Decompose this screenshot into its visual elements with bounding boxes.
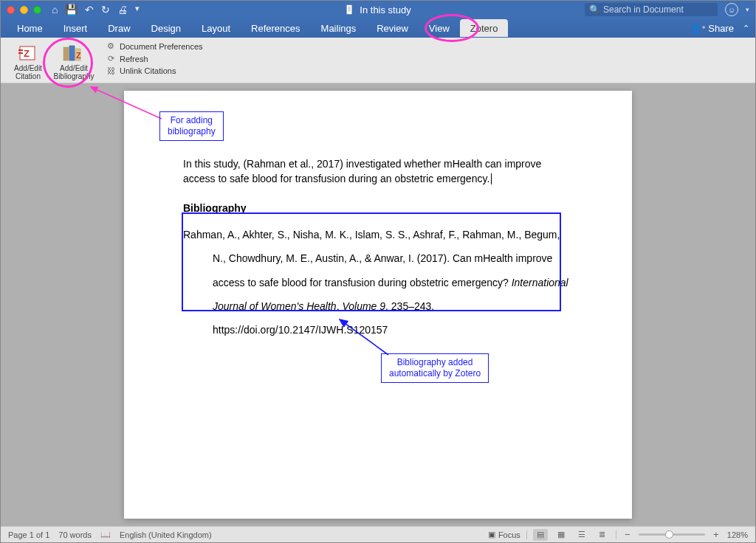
bibliography-icon: Z — [61, 42, 86, 64]
search-in-document[interactable]: 🔍 — [585, 3, 718, 16]
unlink-citations-button[interactable]: ⛓ Unlink Citations — [103, 66, 206, 76]
language-indicator[interactable]: English (United Kingdom) — [120, 530, 212, 539]
minimize-window[interactable] — [20, 6, 28, 14]
undo-icon[interactable]: ↶ — [85, 4, 94, 15]
focus-icon: ▣ — [488, 530, 495, 539]
share-icon: 👤⁺ — [690, 24, 706, 34]
tab-home[interactable]: Home — [7, 19, 53, 37]
tab-design[interactable]: Design — [141, 19, 191, 37]
search-icon: 🔍 — [589, 4, 600, 15]
qat-more-icon[interactable]: ▾ — [135, 4, 140, 15]
tab-insert[interactable]: Insert — [53, 19, 98, 37]
tab-references[interactable]: References — [241, 19, 310, 37]
add-edit-bibliography-button[interactable]: Z Add/Edit Bibliography — [52, 41, 95, 82]
body-paragraph[interactable]: In this study, (Rahman et al., 2017) inv… — [183, 157, 573, 186]
page-indicator[interactable]: Page 1 of 1 — [8, 530, 49, 539]
svg-text:Z: Z — [24, 48, 30, 59]
quick-access-toolbar: ⌂ 💾 ↶ ↻ 🖨 ▾ — [52, 4, 140, 15]
tab-zotero[interactable]: Zotero — [460, 19, 509, 37]
tab-mailings[interactable]: Mailings — [311, 19, 367, 37]
close-window[interactable] — [7, 6, 15, 14]
word-count[interactable]: 70 words — [58, 530, 92, 539]
zoom-slider-thumb[interactable] — [665, 530, 673, 539]
svg-rect-4 — [69, 46, 75, 60]
zoom-level[interactable]: 128% — [727, 530, 748, 539]
svg-rect-0 — [347, 5, 352, 14]
unlink-icon: ⛓ — [106, 66, 116, 75]
bibliography-heading[interactable]: Bibliography — [183, 202, 573, 214]
status-bar: Page 1 of 1 70 words 📖 English (United K… — [1, 526, 755, 542]
ribbon-tabs: Home Insert Draw Design Layout Reference… — [1, 18, 755, 38]
spellcheck-icon[interactable]: 📖 — [100, 530, 111, 539]
document-icon — [345, 4, 355, 15]
tab-layout[interactable]: Layout — [191, 19, 241, 37]
web-layout-view-icon[interactable]: ▦ — [554, 529, 568, 541]
home-icon[interactable]: ⌂ — [52, 4, 58, 15]
draft-view-icon[interactable]: ≣ — [595, 529, 610, 541]
feedback-icon[interactable]: ☺ — [725, 3, 738, 16]
window-controls — [7, 6, 41, 14]
tab-draw[interactable]: Draw — [97, 19, 140, 37]
titlebar: ⌂ 💾 ↶ ↻ 🖨 ▾ In this study 🔍 ☺ ▾ — [1, 1, 755, 18]
print-layout-view-icon[interactable]: ▤ — [533, 529, 548, 541]
save-icon[interactable]: 💾 — [65, 4, 78, 15]
add-edit-citation-button[interactable]: Z Add/Edit Citation — [7, 41, 49, 82]
share-button[interactable]: 👤⁺ Share — [690, 23, 734, 34]
zoom-in-button[interactable]: + — [711, 529, 721, 540]
document-workspace[interactable]: In this study, (Rahman et al., 2017) inv… — [1, 83, 755, 526]
refresh-icon: ⟳ — [106, 54, 116, 63]
zoom-slider[interactable] — [639, 533, 705, 536]
document-page[interactable]: In this study, (Rahman et al., 2017) inv… — [124, 91, 632, 519]
tab-review[interactable]: Review — [366, 19, 419, 37]
svg-text:Z: Z — [76, 51, 81, 60]
zoom-out-button[interactable]: − — [622, 529, 633, 540]
document-preferences-button[interactable]: ⚙ Document Preferences — [103, 41, 206, 52]
annotation-label-1: For adding bibliography — [159, 111, 224, 141]
focus-mode-button[interactable]: ▣ Focus — [488, 530, 520, 539]
bibliography-entry[interactable]: Rahman, A., Akhter, S., Nisha, M. K., Is… — [183, 223, 573, 342]
text-cursor — [491, 173, 492, 184]
outline-view-icon[interactable]: ☰ — [574, 529, 589, 541]
search-input[interactable] — [603, 4, 714, 15]
maximize-window[interactable] — [33, 6, 41, 14]
tab-view[interactable]: View — [419, 19, 460, 37]
collapse-ribbon-icon[interactable]: ⌃ — [743, 24, 749, 33]
print-icon[interactable]: 🖨 — [117, 4, 128, 15]
dropdown-icon[interactable]: ▾ — [746, 6, 749, 13]
ribbon: Z Add/Edit Citation Z Add/Edit Bibliogra… — [1, 38, 755, 83]
annotation-label-2: Bibliography added automatically by Zote… — [381, 353, 489, 383]
svg-rect-3 — [63, 47, 69, 60]
citation-icon: Z — [17, 42, 39, 64]
preferences-icon: ⚙ — [106, 41, 116, 51]
refresh-button[interactable]: ⟳ Refresh — [103, 53, 206, 64]
redo-icon[interactable]: ↻ — [101, 4, 110, 15]
